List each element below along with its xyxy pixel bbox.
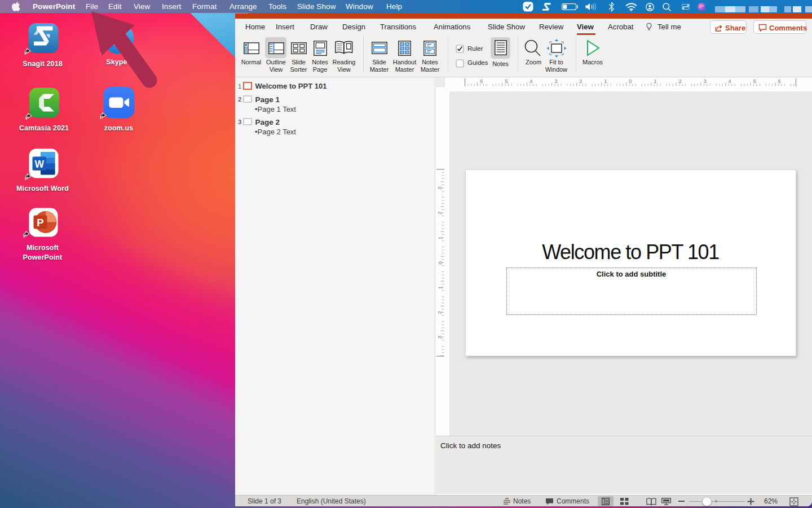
svg-text:1: 1 xyxy=(654,78,656,84)
svg-text:3: 3 xyxy=(437,336,443,339)
svg-text:5: 5 xyxy=(753,78,756,84)
svg-text:2: 2 xyxy=(437,311,443,314)
svg-text:2: 2 xyxy=(678,78,681,84)
svg-text:2: 2 xyxy=(437,212,443,214)
svg-text:1: 1 xyxy=(437,286,443,289)
svg-text:3: 3 xyxy=(703,78,706,84)
svg-text:4: 4 xyxy=(728,78,731,84)
svg-text:4: 4 xyxy=(529,78,532,84)
svg-text:2: 2 xyxy=(579,78,582,84)
svg-text:W: W xyxy=(34,159,44,170)
svg-text:3: 3 xyxy=(437,187,443,190)
svg-text:1: 1 xyxy=(604,78,607,84)
svg-text:P: P xyxy=(37,217,43,229)
svg-text:5: 5 xyxy=(505,78,508,84)
svg-text:0: 0 xyxy=(629,78,632,84)
svg-text:1: 1 xyxy=(437,237,443,239)
svg-text:0: 0 xyxy=(437,261,443,264)
svg-text:6: 6 xyxy=(778,78,781,84)
svg-text:3: 3 xyxy=(554,78,557,84)
svg-text:6: 6 xyxy=(480,78,483,84)
